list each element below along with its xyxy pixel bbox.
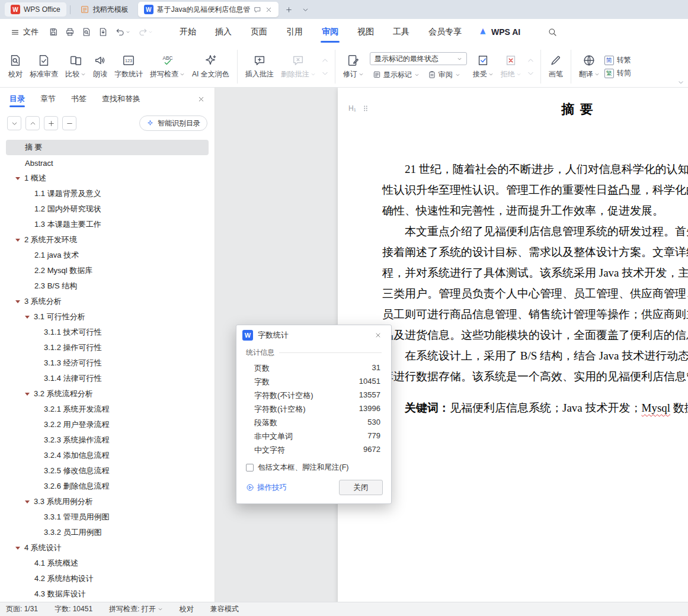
menu-tab-4[interactable]: 审阅 bbox=[312, 19, 348, 45]
toc-item[interactable]: Abstract bbox=[6, 155, 209, 171]
dialog-title-bar[interactable]: W字数统计 bbox=[236, 325, 391, 345]
undo-button[interactable] bbox=[112, 24, 133, 40]
tips-link[interactable]: 操作技巧 bbox=[246, 483, 287, 493]
close-document-tab-icon[interactable] bbox=[265, 6, 273, 14]
drag-handle-icon[interactable] bbox=[361, 104, 370, 113]
heading-collapse-icon[interactable]: H₁ bbox=[348, 104, 356, 113]
toc-item[interactable]: 3.2.1 系统开发流程 bbox=[6, 402, 209, 417]
toc-item[interactable]: 3.1.1 技术可行性 bbox=[6, 325, 209, 340]
sidebar-tab-find-replace[interactable]: 查找和替换 bbox=[102, 88, 140, 110]
accept-button[interactable]: 接受 bbox=[469, 47, 497, 86]
toc-item[interactable]: 2 系统开发环境 bbox=[6, 232, 209, 248]
include-footnotes-option[interactable]: 包括文本框、脚注和尾注(F) bbox=[246, 463, 382, 473]
menu-tab-1[interactable]: 插入 bbox=[206, 19, 241, 45]
review-pane-button[interactable]: 审阅 bbox=[425, 68, 463, 81]
toc-item[interactable]: 3.3.2 员工用例图 bbox=[6, 525, 209, 540]
toc-prev-heading-button[interactable] bbox=[25, 116, 40, 130]
status-spell-check[interactable]: 拼写检查: 打开 bbox=[109, 604, 163, 614]
tab-list-button[interactable] bbox=[299, 3, 312, 16]
new-tab-button[interactable] bbox=[282, 3, 295, 16]
ink-pen-button[interactable]: 画笔 bbox=[545, 47, 567, 86]
print-button[interactable] bbox=[62, 24, 78, 40]
toc-item[interactable]: 3.2.3 系统操作流程 bbox=[6, 432, 209, 448]
redo-button[interactable] bbox=[135, 24, 156, 40]
toc-item[interactable]: 摘 要 bbox=[6, 140, 209, 155]
status-word-count[interactable]: 字数: 10451 bbox=[55, 604, 92, 614]
toc-item[interactable]: 4.3 数据库设计 bbox=[6, 586, 209, 602]
show-markup-button[interactable]: 显示标记 bbox=[370, 68, 423, 81]
read-aloud-button[interactable]: 朗读 bbox=[89, 47, 111, 86]
toc-item[interactable]: 3 系统分析 bbox=[6, 294, 209, 309]
toc-item[interactable]: 1.1 课题背景及意义 bbox=[6, 186, 209, 201]
toc-item[interactable]: 3.3 系统用例分析 bbox=[6, 494, 209, 509]
toc-item[interactable]: 3.2.6 删除信息流程 bbox=[6, 479, 209, 494]
status-page-indicator[interactable]: 页面: 1/31 bbox=[6, 604, 38, 614]
collapse-triangle-icon[interactable] bbox=[25, 316, 30, 319]
toc-item[interactable]: 2.1 java 技术 bbox=[6, 248, 209, 263]
sidebar-tab-bookmarks[interactable]: 书签 bbox=[71, 88, 87, 110]
toc-collapse-button[interactable] bbox=[62, 116, 76, 130]
save-button[interactable] bbox=[46, 24, 61, 40]
standard-review-button[interactable]: 标准审查 bbox=[26, 47, 62, 86]
toc-item[interactable]: 3.1.4 法律可行性 bbox=[6, 371, 209, 386]
toc-item[interactable]: 1.3 本课题主要工作 bbox=[6, 217, 209, 232]
toc-item[interactable]: 3.1 可行性分析 bbox=[6, 309, 209, 325]
collapse-triangle-icon[interactable] bbox=[25, 393, 30, 396]
template-tab[interactable]: 找稻壳模板 bbox=[74, 2, 135, 17]
sidebar-tab-chapters[interactable]: 章节 bbox=[40, 88, 56, 110]
file-menu-button[interactable]: 文件 bbox=[6, 24, 43, 40]
translate-button[interactable]: 翻译 bbox=[575, 47, 603, 86]
convert-to-simplified-button[interactable]: 繁转简 bbox=[604, 68, 631, 78]
checkbox-icon[interactable] bbox=[246, 464, 254, 471]
collapse-triangle-icon[interactable] bbox=[15, 177, 20, 180]
toc-item[interactable]: 3.1.3 经济可行性 bbox=[6, 355, 209, 371]
close-dialog-button[interactable] bbox=[371, 328, 385, 342]
menu-tab-3[interactable]: 引用 bbox=[277, 19, 312, 45]
toc-next-heading-button[interactable] bbox=[7, 116, 21, 130]
insert-comment-button[interactable]: 插入批注 bbox=[242, 47, 277, 86]
toc-item[interactable]: 3.1.2 操作可行性 bbox=[6, 340, 209, 355]
menu-tab-0[interactable]: 开始 bbox=[170, 19, 206, 45]
menu-tab-7[interactable]: 会员专享 bbox=[419, 19, 471, 45]
smart-toc-button[interactable]: 智能识别目录 bbox=[139, 116, 207, 131]
wps-ai-button[interactable]: WPS AI bbox=[478, 27, 520, 38]
ai-polish-button[interactable]: AI 全文润色 bbox=[188, 47, 233, 86]
export-button[interactable] bbox=[95, 24, 111, 40]
search-button[interactable] bbox=[548, 27, 557, 37]
document-tab[interactable]: W基于Java的见福便利店信息管 bbox=[138, 2, 279, 17]
toc-item[interactable]: 3.2 系统流程分析 bbox=[6, 386, 209, 402]
toc-item[interactable]: 2.2 Mysql 数据库 bbox=[6, 263, 209, 278]
toc-item[interactable]: 3.3.1 管理员用例图 bbox=[6, 509, 209, 525]
convert-to-traditional-button[interactable]: 简转繁 bbox=[604, 55, 631, 65]
proofread-button[interactable]: 校对 bbox=[5, 47, 26, 86]
word-count-button[interactable]: 123字数统计 bbox=[111, 47, 146, 86]
toc-item[interactable]: 3.2.4 添加信息流程 bbox=[6, 448, 209, 463]
toc-item[interactable]: 1.2 国内外研究现状 bbox=[6, 201, 209, 217]
collapse-triangle-icon[interactable] bbox=[15, 547, 20, 550]
toc-item[interactable]: 4.1 系统概述 bbox=[6, 556, 209, 571]
collapse-triangle-icon[interactable] bbox=[25, 500, 30, 503]
print-preview-button[interactable] bbox=[79, 24, 94, 40]
spell-check-button[interactable]: ABC拼写检查 bbox=[146, 47, 188, 86]
home-tab[interactable]: WWPS Office bbox=[5, 2, 66, 17]
collapse-ribbon-button[interactable] bbox=[677, 79, 684, 86]
menu-tab-5[interactable]: 视图 bbox=[348, 19, 383, 45]
track-changes-button[interactable]: 修订 bbox=[340, 47, 367, 86]
status-compat-mode[interactable]: 兼容模式 bbox=[210, 604, 239, 614]
toc-item[interactable]: 3.2.5 修改信息流程 bbox=[6, 463, 209, 479]
collapse-triangle-icon[interactable] bbox=[15, 300, 20, 303]
markup-state-select[interactable]: 显示标记的最终状态 bbox=[370, 52, 467, 65]
compare-button[interactable]: 比较 bbox=[62, 47, 89, 86]
toc-item[interactable]: 4.2 系统结构设计 bbox=[6, 571, 209, 586]
status-proofread[interactable]: 校对 bbox=[180, 604, 194, 614]
toc-item[interactable]: 1 概述 bbox=[6, 171, 209, 186]
menu-tab-6[interactable]: 工具 bbox=[383, 19, 419, 45]
toc-item[interactable]: 4 系统设计 bbox=[6, 540, 209, 556]
toc-item[interactable]: 3.2.2 用户登录流程 bbox=[6, 417, 209, 432]
collapse-triangle-icon[interactable] bbox=[15, 239, 20, 242]
toc-expand-button[interactable] bbox=[44, 116, 58, 130]
toc-item[interactable]: 2.3 B/S 结构 bbox=[6, 278, 209, 294]
close-button[interactable]: 关闭 bbox=[339, 480, 383, 495]
close-sidebar-button[interactable] bbox=[197, 95, 205, 103]
menu-tab-2[interactable]: 页面 bbox=[241, 19, 277, 45]
